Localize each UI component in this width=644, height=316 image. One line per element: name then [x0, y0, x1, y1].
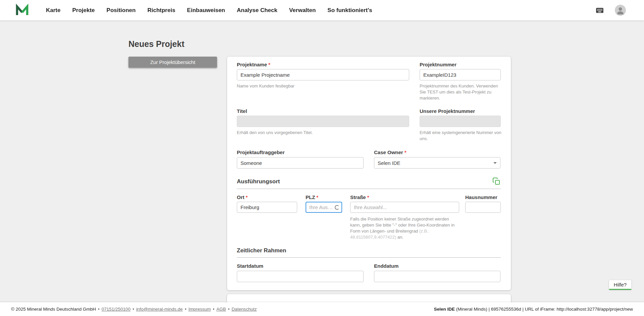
keyboard-icon[interactable] — [594, 6, 606, 15]
unsere-projektnummer-helper: Erhält eine systemgenerierte Nummer von … — [420, 130, 502, 142]
nav-so-funktionierts[interactable]: So funktioniert's — [327, 7, 372, 14]
footer-separator: • — [185, 307, 186, 312]
startdatum-label: Startdatum — [237, 263, 263, 269]
required-asterisk: * — [316, 194, 318, 200]
footer-left: © 2025 Mineral Minds Deutschland GmbH • … — [11, 307, 257, 312]
titel-input — [237, 116, 409, 127]
plz-label-text: PLZ — [306, 194, 315, 200]
case-owner-label: Case Owner* — [374, 149, 407, 155]
hilfe-button[interactable]: Hilfe? — [609, 280, 632, 290]
ort-label: Ort* — [237, 194, 248, 200]
startdatum-input[interactable] — [237, 271, 364, 282]
footer-separator: • — [213, 307, 214, 312]
footer-agb-link[interactable]: AGB — [216, 307, 226, 312]
strasse-input[interactable] — [350, 202, 459, 213]
navbar-right — [594, 5, 626, 16]
required-asterisk: * — [246, 194, 248, 200]
mineral-minds-logo-icon — [15, 3, 29, 17]
case-owner-select[interactable]: Selen IDE — [374, 157, 500, 169]
copyright-text: © 2025 Mineral Minds Deutschland GmbH — [11, 307, 96, 312]
strasse-label: Straße* — [350, 194, 369, 200]
footer: © 2025 Mineral Minds Deutschland GmbH • … — [0, 302, 644, 316]
footer-separator: • — [228, 307, 230, 312]
nav-positionen[interactable]: Positionen — [107, 7, 136, 14]
strasse-label-text: Straße — [350, 194, 366, 200]
ort-label-text: Ort — [237, 194, 245, 200]
nav-einbauweisen[interactable]: Einbauweisen — [187, 7, 225, 14]
case-owner-label-text: Case Owner — [374, 149, 403, 155]
hausnummer-input[interactable] — [465, 202, 501, 213]
projektname-input[interactable] — [237, 69, 409, 80]
case-owner-selected-value: Selen IDE — [378, 160, 400, 166]
footer-session-info: Selen IDE (Mineral Minds) | 69576255536d… — [434, 307, 633, 312]
projektname-label-text: Projektname — [237, 62, 267, 67]
new-project-form-card: Projektname* Name vom Kunden festlegbar … — [227, 57, 511, 290]
brand-logo[interactable] — [15, 3, 29, 17]
user-avatar[interactable] — [615, 5, 626, 16]
enddatum-input[interactable] — [374, 271, 500, 282]
main-navigation: Karte Projekte Positionen Richtpreis Ein… — [46, 7, 372, 14]
page-title: Neues Projekt — [128, 39, 184, 49]
strasse-helper: Falls die Position keiner Straße zugeord… — [350, 216, 461, 240]
hausnummer-label: Hausnummer — [465, 194, 497, 200]
nav-verwalten[interactable]: Verwalten — [289, 7, 316, 14]
footer-impressum-link[interactable]: Impressum — [189, 307, 211, 312]
projektauftraggeber-input[interactable] — [237, 157, 364, 169]
projektauftraggeber-label: Projektauftraggeber — [237, 149, 285, 155]
titel-helper: Erhält den von uns vorgegebenen Titel. — [237, 130, 409, 136]
projektnummer-helper: Projektnummer des Kunden. Verwenden Sie … — [420, 83, 502, 101]
top-navbar: Karte Projekte Positionen Richtpreis Ein… — [0, 0, 644, 20]
footer-email-link[interactable]: info@mineral-minds.de — [136, 307, 183, 312]
section-zeitlicher-rahmen-title: Zeitlicher Rahmen — [237, 247, 286, 254]
nav-analyse-check[interactable]: Analyse Check — [237, 7, 277, 14]
required-asterisk: * — [268, 62, 270, 67]
section-divider — [237, 189, 501, 189]
required-asterisk: * — [367, 194, 369, 200]
footer-user-name: Selen IDE — [434, 307, 455, 312]
footer-session-details: (Mineral Minds) | 69576255536d | URL of … — [455, 307, 633, 312]
nav-karte[interactable]: Karte — [46, 7, 60, 14]
copy-icon[interactable] — [492, 177, 500, 185]
plz-label: PLZ* — [306, 194, 318, 200]
strasse-helper-main: Falls die Position keiner Straße zugeord… — [350, 216, 454, 234]
enddatum-label: Enddatum — [374, 263, 398, 269]
nav-projekte[interactable]: Projekte — [72, 7, 95, 14]
projektnummer-label: Projektnummer — [420, 62, 457, 67]
footer-phone-link[interactable]: 07151/250100 — [102, 307, 130, 312]
projektname-label: Projektname* — [237, 62, 270, 67]
loading-spinner-icon — [335, 205, 339, 210]
unsere-projektnummer-input — [420, 116, 501, 127]
section-ausfuehrungsort-title: Ausführungsort — [237, 178, 280, 185]
chevron-down-icon — [493, 162, 497, 164]
unsere-projektnummer-label: Unsere Projektnummer — [420, 108, 475, 114]
footer-datenschutz-link[interactable]: Datenschutz — [231, 307, 257, 312]
ort-input[interactable] — [237, 202, 297, 213]
footer-separator: • — [132, 307, 134, 312]
zur-projektuebersicht-button[interactable]: Zur Projektübersicht — [128, 57, 217, 68]
required-asterisk: * — [405, 149, 407, 155]
projektnummer-input[interactable] — [420, 69, 501, 80]
titel-label: Titel — [237, 108, 247, 114]
strasse-helper-suffix: an. — [396, 235, 404, 240]
footer-separator: • — [98, 307, 100, 312]
projektname-helper: Name vom Kunden festlegbar — [237, 83, 409, 89]
section-divider — [237, 257, 501, 258]
nav-richtpreis[interactable]: Richtpreis — [147, 7, 175, 14]
